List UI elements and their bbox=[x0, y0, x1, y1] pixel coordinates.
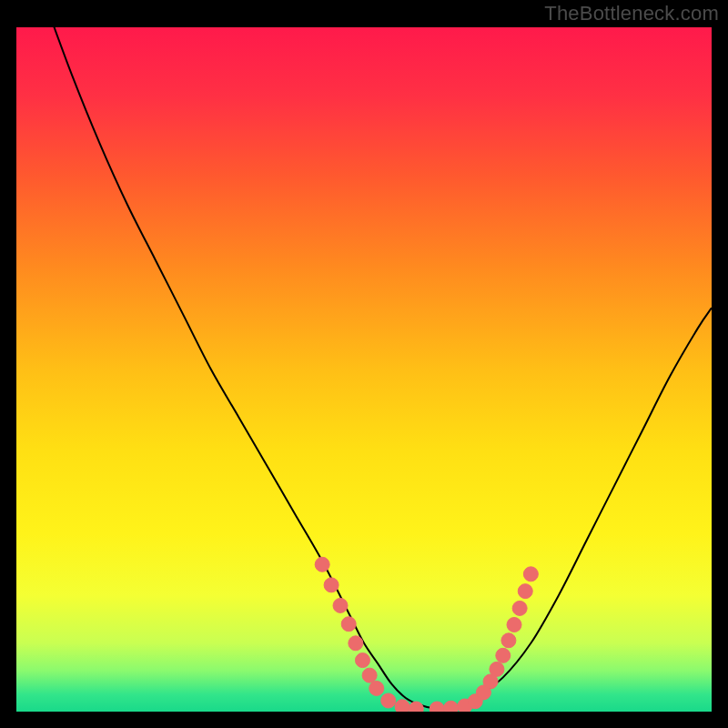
watermark-text: TheBottleneck.com bbox=[544, 2, 719, 25]
curve-marker bbox=[507, 618, 521, 632]
curve-marker bbox=[315, 557, 329, 571]
gradient-rect bbox=[16, 27, 712, 712]
curve-marker bbox=[512, 601, 527, 615]
curve-marker bbox=[324, 578, 339, 592]
curve-marker bbox=[349, 636, 363, 651]
curve-marker bbox=[490, 662, 504, 676]
curve-marker bbox=[362, 668, 377, 682]
curve-marker bbox=[381, 693, 396, 708]
curve-marker bbox=[355, 653, 369, 668]
curve-marker bbox=[395, 700, 410, 712]
curve-marker bbox=[369, 681, 384, 695]
curve-marker bbox=[444, 701, 459, 712]
plot-svg bbox=[16, 27, 712, 712]
plot-area bbox=[16, 27, 712, 712]
curve-marker bbox=[341, 617, 356, 632]
curve-marker bbox=[501, 633, 516, 648]
chart-frame: TheBottleneck.com bbox=[0, 0, 728, 728]
curve-marker bbox=[409, 702, 423, 712]
curve-marker bbox=[496, 648, 511, 662]
curve-marker bbox=[333, 598, 348, 612]
curve-marker bbox=[523, 567, 538, 581]
curve-marker bbox=[430, 702, 444, 712]
curve-marker bbox=[518, 584, 532, 599]
